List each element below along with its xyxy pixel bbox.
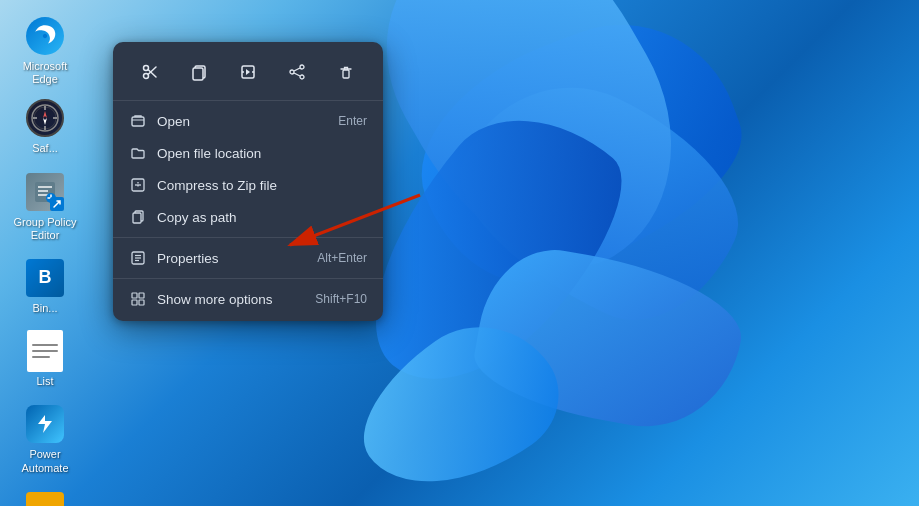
pa-icon — [26, 405, 64, 443]
pa-icon-label: Power Automate — [9, 448, 81, 474]
pa-icon-img — [25, 404, 65, 444]
gp-icon — [26, 173, 64, 211]
svg-rect-46 — [132, 300, 137, 305]
list-icon-label: List — [36, 375, 53, 388]
gp-icon-img — [25, 172, 65, 212]
properties-icon — [129, 249, 147, 267]
list-icon-img-wrap — [25, 331, 65, 371]
svg-rect-9 — [38, 186, 52, 188]
edge-icon — [26, 17, 64, 55]
svg-line-31 — [294, 73, 300, 76]
desktop-icon-safari[interactable]: Saf... — [5, 94, 85, 159]
share-button[interactable] — [279, 54, 315, 90]
delete-button[interactable] — [328, 54, 364, 90]
svg-rect-10 — [38, 190, 48, 192]
desktop-icons-area: Microsoft Edge Saf... — [0, 0, 90, 506]
desktop-icon-microsoft-edge[interactable]: Microsoft Edge — [5, 12, 85, 90]
desktop-icon-list[interactable]: List — [5, 327, 85, 392]
show-more-options-label: Show more options — [157, 292, 305, 307]
copy-as-path-icon — [129, 208, 147, 226]
desktop-icon-bing[interactable]: B Bin... — [5, 254, 85, 319]
open-icon — [129, 112, 147, 130]
show-more-options-icon — [129, 290, 147, 308]
svg-rect-34 — [132, 117, 144, 126]
bing-icon-img: B — [25, 258, 65, 298]
context-menu-toolbar — [113, 48, 383, 101]
menu-item-show-more-options[interactable]: Show more options Shift+F10 — [113, 283, 383, 315]
desktop-icon-lockscreen-images[interactable]: LockScreen Images b... — [5, 487, 85, 506]
svg-rect-39 — [133, 213, 141, 223]
desktop-icon-group-policy-editor[interactable]: Group Policy Editor — [5, 168, 85, 246]
svg-marker-7 — [43, 118, 47, 125]
desktop-icon-power-automate[interactable]: Power Automate — [5, 400, 85, 478]
edge-icon-img — [25, 16, 65, 56]
svg-marker-6 — [43, 111, 47, 118]
copy-button[interactable] — [181, 54, 217, 90]
show-more-options-shortcut: Shift+F10 — [315, 292, 367, 306]
svg-rect-44 — [132, 293, 137, 298]
svg-point-28 — [290, 70, 294, 74]
open-file-location-icon — [129, 144, 147, 162]
rename-button[interactable] — [230, 54, 266, 90]
menu-item-open-file-location[interactable]: Open file location — [113, 137, 383, 169]
safari-icon-img — [25, 98, 65, 138]
bing-icon-label: Bin... — [32, 302, 57, 315]
svg-rect-13 — [34, 500, 56, 506]
svg-point-29 — [300, 75, 304, 79]
compress-icon — [129, 176, 147, 194]
context-menu: Open Enter Open file location Compress t… — [113, 42, 383, 321]
menu-divider-2 — [113, 278, 383, 279]
open-file-location-label: Open file location — [157, 146, 367, 161]
ls-icon-img — [25, 491, 65, 506]
svg-point-1 — [34, 107, 56, 129]
gp-shortcut-arrow — [50, 197, 64, 211]
list-icon — [27, 330, 63, 372]
cut-button[interactable] — [132, 54, 168, 90]
svg-rect-47 — [139, 300, 144, 305]
open-shortcut: Enter — [338, 114, 367, 128]
svg-line-30 — [294, 68, 300, 71]
bing-icon: B — [26, 259, 64, 297]
ls-icon — [26, 492, 64, 506]
svg-rect-23 — [193, 68, 203, 80]
edge-icon-label: Microsoft Edge — [9, 60, 81, 86]
svg-rect-45 — [139, 293, 144, 298]
annotation-arrow — [230, 190, 430, 260]
svg-rect-32 — [343, 70, 349, 78]
safari-icon-label: Saf... — [32, 142, 58, 155]
open-label: Open — [157, 114, 328, 129]
safari-icon — [26, 99, 64, 137]
gp-icon-label: Group Policy Editor — [9, 216, 81, 242]
menu-item-open[interactable]: Open Enter — [113, 105, 383, 137]
svg-point-27 — [300, 65, 304, 69]
